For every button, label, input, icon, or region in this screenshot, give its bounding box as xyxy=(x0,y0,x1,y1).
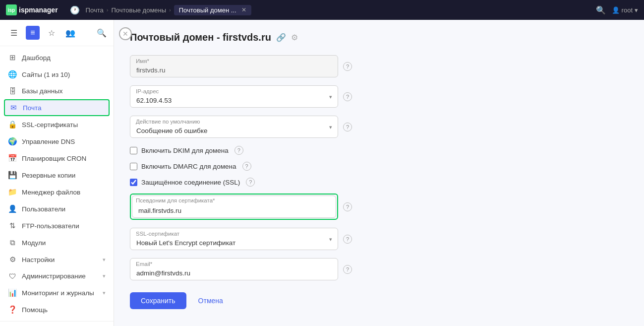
sidebar-close-button[interactable]: ✕ xyxy=(119,27,132,40)
topbar-search-icon[interactable]: 🔍 xyxy=(596,5,606,15)
sidebar-item-modules[interactable]: ⧉ Модули xyxy=(0,234,114,251)
cert-alias-input[interactable] xyxy=(132,196,336,218)
email-help-icon[interactable]: ? xyxy=(343,265,352,274)
sidebar-item-label-mail: Почта xyxy=(23,104,42,112)
sidebar-users-btn[interactable]: 👥 xyxy=(63,26,77,40)
help-icon: ❓ xyxy=(8,305,17,314)
cert-alias-help-icon[interactable]: ? xyxy=(343,202,352,211)
mail-icon: ✉ xyxy=(9,103,18,112)
cert-alias-input-wrapper: Псевдоним для сертификата* ? xyxy=(130,194,338,220)
save-button[interactable]: Сохранить xyxy=(130,292,186,309)
sidebar-item-filemanager[interactable]: 📁 Менеджер файлов xyxy=(0,184,114,200)
sidebar-item-databases[interactable]: 🗄 Базы данных xyxy=(0,83,114,99)
sidebar-item-users[interactable]: 👤 Пользователи xyxy=(0,200,114,217)
dmarc-row: Включить DMARC для домена ? xyxy=(130,162,338,171)
sidebar-item-mail[interactable]: ✉ Почта xyxy=(4,99,110,116)
ssl-icon: 🔒 xyxy=(8,120,17,129)
sidebar-item-label-filemanager: Менеджер файлов xyxy=(22,189,80,196)
cancel-button[interactable]: Отмена xyxy=(192,292,229,309)
ssl-row: Защищённое соединение (SSL) ? xyxy=(130,178,338,187)
breadcrumb-current[interactable]: Почтовый домен ... ✕ xyxy=(174,5,251,15)
ssl-label: Защищённое соединение (SSL) xyxy=(141,179,240,186)
logo-icon: isp xyxy=(6,4,17,15)
sidebar-item-dashboard[interactable]: ⊞ Дашборд xyxy=(0,49,114,66)
dkim-label: Включить DKIM для домена xyxy=(141,147,229,154)
ssl-cert-input-wrapper: SSL-сертификат Новый Let's Encrypt серти… xyxy=(130,228,338,250)
breadcrumb-current-label: Почтовый домен ... xyxy=(179,6,236,14)
settings-arrow-icon: ▾ xyxy=(103,257,106,263)
ssl-checkbox[interactable] xyxy=(130,179,137,186)
admin-icon: 🛡 xyxy=(8,272,17,280)
clock-icon: 🕐 xyxy=(70,5,80,15)
sidebar-item-label-help: Помощь xyxy=(22,306,48,314)
content-area: Почтовый домен - firstvds.ru 🔗 ⚙ Имя* ? xyxy=(114,20,644,326)
action-input-wrapper: Действие по умолчанию Сообщение об ошибк… xyxy=(130,116,338,138)
sidebar-item-cron[interactable]: 📅 Планировщик CRON xyxy=(0,150,114,167)
sidebar-item-ftp[interactable]: ⇅ FTP-пользователи xyxy=(0,217,114,234)
monitoring-icon: 📊 xyxy=(8,288,17,297)
breadcrumb-mail-domains[interactable]: Почтовые домены xyxy=(111,6,166,14)
sidebar-item-backup[interactable]: 💾 Резервные копии xyxy=(0,167,114,184)
ip-select[interactable]: 62.109.4.53 xyxy=(130,85,338,108)
topbar-right: 🔍 👤 root ▾ xyxy=(596,5,638,15)
sidebar-list-view-btn[interactable]: ≡ xyxy=(26,26,40,40)
sidebar-item-sites[interactable]: 🌐 Сайты (1 из 10) xyxy=(0,66,114,83)
form-group-name: Имя* ? xyxy=(130,55,338,77)
admin-arrow-icon: ▾ xyxy=(103,273,106,279)
sidebar-nav: ⊞ Дашборд 🌐 Сайты (1 из 10) 🗄 Базы данны… xyxy=(0,46,114,321)
dashboard-icon: ⊞ xyxy=(8,53,17,62)
breadcrumb-arrow-2: › xyxy=(169,7,171,13)
breadcrumb-mail[interactable]: Почта xyxy=(86,6,104,14)
name-input[interactable] xyxy=(130,55,338,77)
sidebar-item-label-monitoring: Мониторинг и журналы xyxy=(22,289,94,297)
sidebar-search-btn[interactable]: 🔍 xyxy=(97,28,107,38)
ip-help-icon[interactable]: ? xyxy=(343,92,352,101)
sidebar-menu-toggle[interactable]: ☰ xyxy=(7,26,21,40)
sidebar-top: ☰ ≡ ☆ 👥 🔍 xyxy=(0,20,114,46)
ftp-icon: ⇅ xyxy=(8,221,17,230)
sidebar-item-help[interactable]: ❓ Помощь xyxy=(0,301,114,318)
link-icon[interactable]: 🔗 xyxy=(276,33,286,42)
dkim-row: Включить DKIM для домена ? xyxy=(130,146,338,155)
logo-text: ispmanager xyxy=(19,6,58,14)
topbar-user[interactable]: 👤 root ▾ xyxy=(612,6,638,14)
sidebar-item-monitoring[interactable]: 📊 Мониторинг и журналы ▾ xyxy=(0,284,114,301)
ssl-cert-select[interactable]: Новый Let's Encrypt сертификат xyxy=(130,228,338,250)
form-group-action: Действие по умолчанию Сообщение об ошибк… xyxy=(130,116,338,138)
ssl-cert-help-icon[interactable]: ? xyxy=(343,235,352,244)
dmarc-checkbox[interactable] xyxy=(130,163,137,170)
topbar-username: root xyxy=(622,6,633,14)
action-select[interactable]: Сообщение об ошибке xyxy=(130,116,338,138)
breadcrumb-bar: Почта › Почтовые домены › Почтовый домен… xyxy=(86,5,592,15)
form-container: Имя* ? IP-адрес 62.109.4.53 xyxy=(130,55,338,309)
sidebar-item-dns[interactable]: 🌍 Управление DNS xyxy=(0,133,114,150)
main-layout: ✕ ☰ ≡ ☆ 👥 🔍 ⊞ Дашборд 🌐 Сайты (1 из 10) … xyxy=(0,20,644,326)
dmarc-help-icon[interactable]: ? xyxy=(242,162,251,171)
dkim-checkbox[interactable] xyxy=(130,147,137,154)
settings-icon: ⚙ xyxy=(8,255,17,264)
sidebar-item-settings[interactable]: ⚙ Настройки ▾ xyxy=(0,251,114,268)
ip-input-wrapper: IP-адрес 62.109.4.53 ▾ ? xyxy=(130,85,338,108)
sidebar-item-ssl[interactable]: 🔒 SSL-сертификаты xyxy=(0,116,114,133)
monitoring-arrow-icon: ▾ xyxy=(103,290,106,296)
name-input-wrapper: Имя* ? xyxy=(130,55,338,77)
sidebar-item-admin[interactable]: 🛡 Администрирование ▾ xyxy=(0,268,114,284)
breadcrumb-close-btn[interactable]: ✕ xyxy=(241,6,246,13)
dns-icon: 🌍 xyxy=(8,137,17,146)
action-help-icon[interactable]: ? xyxy=(343,123,352,131)
page-title: Почтовый домен - firstvds.ru xyxy=(130,32,271,43)
email-input[interactable] xyxy=(130,258,338,280)
topbar-user-icon: 👤 xyxy=(612,6,620,14)
dmarc-label: Включить DMARC для домена xyxy=(141,163,236,170)
sidebar-item-label-ftp: FTP-пользователи xyxy=(22,222,79,230)
sidebar-footer: ISPmanager Lite 6.62.0 ISPmanager © 2022… xyxy=(0,321,114,326)
ssl-help-icon[interactable]: ? xyxy=(246,178,255,187)
settings-gear-icon[interactable]: ⚙ xyxy=(291,33,298,42)
sidebar-star-btn[interactable]: ☆ xyxy=(45,26,59,40)
name-help-icon[interactable]: ? xyxy=(343,62,352,71)
modules-icon: ⧉ xyxy=(8,238,17,247)
logo: isp ispmanager xyxy=(6,4,58,15)
sidebar-item-label-settings: Настройки xyxy=(22,256,55,263)
dkim-help-icon[interactable]: ? xyxy=(234,146,243,155)
sidebar-item-label-modules: Модули xyxy=(22,239,46,247)
